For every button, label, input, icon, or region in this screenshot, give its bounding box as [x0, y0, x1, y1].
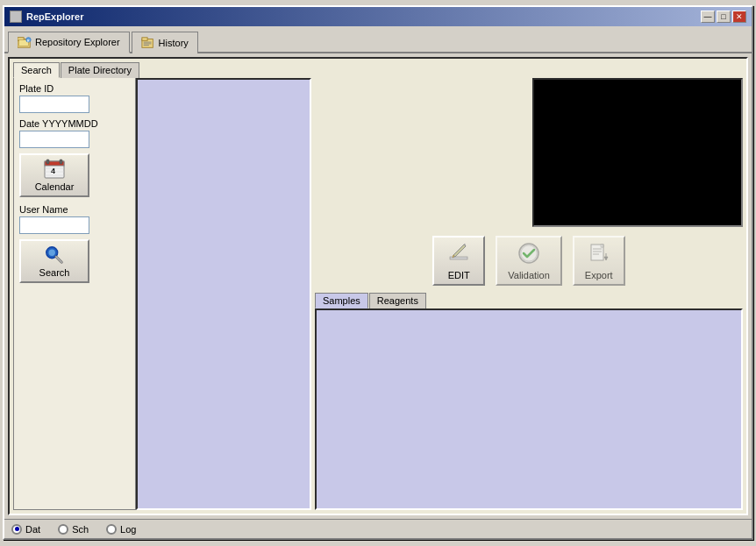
main-tab-bar: R Repository Explorer History	[4, 26, 752, 53]
title-bar-buttons: — □ ✕	[701, 11, 746, 23]
results-list[interactable]	[136, 78, 311, 510]
radio-dat[interactable]	[11, 524, 22, 535]
radio-dat-dot	[15, 527, 19, 531]
radio-sch[interactable]	[58, 524, 68, 535]
main-row: Plate ID Date YYYYMMDD	[13, 78, 743, 510]
preview-box	[532, 78, 743, 227]
validation-button-label: Validation	[508, 270, 550, 280]
export-button-label: Export	[585, 270, 613, 280]
validation-button[interactable]: Validation	[496, 236, 562, 286]
tab-plate-directory[interactable]: Plate Directory	[61, 62, 139, 78]
status-dat-label: Dat	[25, 524, 40, 535]
tab-history[interactable]: History	[132, 32, 198, 53]
sample-tab-bar: Samples Reagents	[315, 293, 743, 308]
username-group: User Name	[19, 204, 130, 234]
tab-reagents-label: Reagents	[377, 295, 418, 306]
repo-explorer-icon: R	[18, 35, 32, 49]
history-icon	[141, 36, 155, 50]
title-bar-left: RepExplorer	[10, 11, 83, 23]
sample-content[interactable]	[315, 308, 743, 510]
content-area: Search Plate Directory Plate ID	[4, 53, 752, 519]
window-title: RepExplorer	[26, 11, 83, 22]
main-window: RepExplorer — □ ✕ R Repository Explorer	[3, 5, 753, 540]
svg-text:4: 4	[51, 167, 55, 175]
status-sch[interactable]: Sch	[58, 524, 89, 535]
validation-icon	[517, 241, 541, 267]
search-icon	[44, 245, 65, 266]
date-label: Date YYYYMMDD	[19, 118, 130, 129]
tab-search-label: Search	[21, 65, 52, 75]
calendar-button-label: Calendar	[35, 181, 75, 192]
maximize-button[interactable]: □	[717, 11, 731, 23]
status-log-label: Log	[120, 524, 136, 535]
svg-marker-23	[453, 245, 466, 257]
window-icon	[10, 11, 22, 23]
search-button-label: Search	[39, 267, 70, 278]
radio-log[interactable]	[106, 524, 117, 535]
tab-history-label: History	[159, 38, 189, 48]
status-log[interactable]: Log	[106, 524, 136, 535]
inner-panel: Search Plate Directory Plate ID	[8, 57, 748, 515]
edit-button[interactable]: EDIT	[432, 236, 485, 286]
calendar-icon: 4	[44, 159, 65, 180]
tab-repository-explorer-label: Repository Explorer	[35, 37, 120, 47]
svg-rect-12	[46, 160, 49, 164]
title-bar: RepExplorer — □ ✕	[4, 7, 752, 26]
date-group: Date YYYYMMDD	[19, 118, 130, 148]
tab-samples[interactable]: Samples	[315, 293, 368, 308]
tab-reagents[interactable]: Reagents	[369, 293, 426, 308]
svg-rect-13	[60, 160, 62, 164]
plate-id-group: Plate ID	[19, 83, 130, 113]
status-sch-label: Sch	[72, 524, 89, 535]
edit-button-label: EDIT	[448, 270, 470, 280]
right-panel: EDIT Validation	[315, 78, 743, 510]
status-dat[interactable]: Dat	[11, 524, 40, 535]
svg-point-19	[49, 250, 55, 256]
svg-rect-6	[141, 38, 146, 41]
sample-tabs-area: Samples Reagents	[315, 293, 743, 510]
minimize-button[interactable]: —	[701, 11, 715, 23]
tab-plate-directory-label: Plate Directory	[68, 65, 132, 75]
search-button[interactable]: Search	[19, 239, 89, 283]
action-row: EDIT Validation	[315, 232, 743, 289]
tab-samples-label: Samples	[323, 295, 360, 306]
calendar-button[interactable]: 4 Calendar	[19, 153, 89, 197]
date-input[interactable]	[19, 131, 89, 148]
svg-line-21	[56, 257, 61, 262]
plate-id-label: Plate ID	[19, 83, 130, 94]
username-label: User Name	[19, 204, 130, 215]
search-panel: Plate ID Date YYYYMMDD	[13, 78, 136, 510]
status-bar: Dat Sch Log	[4, 519, 752, 538]
sub-tab-bar: Search Plate Directory	[13, 62, 743, 78]
svg-rect-35	[605, 253, 606, 258]
export-button[interactable]: Export	[573, 236, 625, 286]
svg-text:R: R	[27, 39, 30, 43]
tab-repository-explorer[interactable]: R Repository Explorer	[8, 32, 130, 53]
close-button[interactable]: ✕	[732, 11, 746, 23]
tab-search[interactable]: Search	[13, 62, 60, 78]
plate-id-input[interactable]	[19, 96, 89, 113]
username-input[interactable]	[19, 216, 89, 234]
export-icon	[587, 241, 611, 267]
edit-icon	[446, 241, 471, 267]
